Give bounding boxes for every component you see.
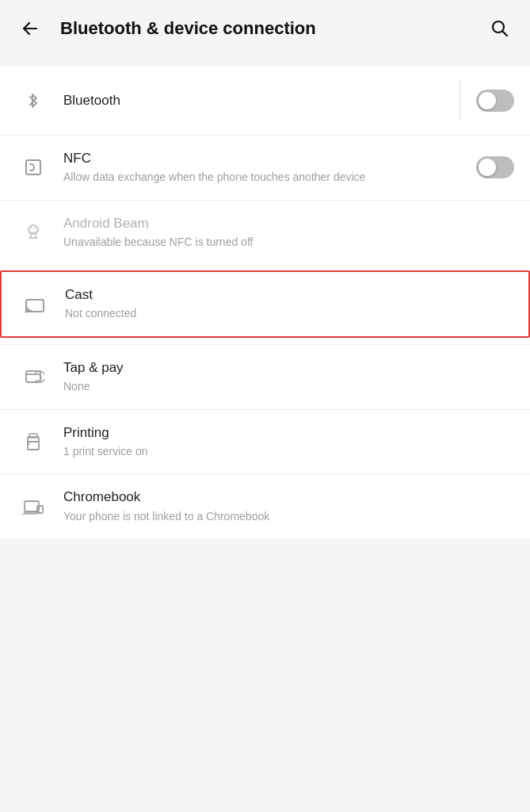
android-beam-title: Android Beam <box>63 215 514 232</box>
bluetooth-divider <box>459 81 460 121</box>
svg-rect-9 <box>29 434 37 438</box>
bluetooth-icon <box>16 90 51 111</box>
android-beam-icon <box>16 221 51 243</box>
page-title: Bluetooth & device connection <box>44 18 486 39</box>
header: Bluetooth & device connection <box>0 0 530 57</box>
cast-item[interactable]: Cast Not connected <box>0 270 530 338</box>
printing-icon <box>16 431 51 453</box>
nfc-title: NFC <box>63 150 476 167</box>
bluetooth-item[interactable]: Bluetooth <box>0 67 530 135</box>
svg-point-4 <box>35 228 36 229</box>
svg-point-6 <box>25 310 28 312</box>
bluetooth-title: Bluetooth <box>63 92 459 109</box>
nfc-toggle[interactable] <box>476 156 514 178</box>
chromebook-title: Chromebook <box>63 488 514 506</box>
nfc-item[interactable]: NFC Allow data exchange when the phone t… <box>0 135 530 200</box>
android-beam-item: Android Beam Unavailable because NFC is … <box>0 200 530 265</box>
settings-list: Bluetooth NFC Allow data exchange when t… <box>0 67 530 538</box>
svg-point-3 <box>31 228 32 229</box>
svg-rect-8 <box>28 442 39 450</box>
tap-pay-subtitle: None <box>63 379 514 395</box>
chromebook-subtitle: Your phone is not linked to a Chromebook <box>63 509 514 525</box>
bluetooth-toggle[interactable] <box>476 90 514 112</box>
nfc-subtitle: Allow data exchange when the phone touch… <box>63 170 476 186</box>
printing-subtitle: 1 print service on <box>63 444 514 460</box>
tap-pay-item[interactable]: Tap & pay None <box>0 344 530 409</box>
back-button[interactable] <box>16 14 44 43</box>
android-beam-subtitle: Unavailable because NFC is turned off <box>63 235 514 251</box>
cast-subtitle: Not connected <box>65 306 513 322</box>
chromebook-icon <box>16 496 51 518</box>
nfc-icon <box>16 156 51 178</box>
svg-point-10 <box>29 443 30 445</box>
cast-icon <box>17 293 52 316</box>
search-button[interactable] <box>486 14 514 43</box>
tap-pay-icon <box>16 366 51 388</box>
tap-pay-title: Tap & pay <box>63 359 514 377</box>
svg-rect-1 <box>26 160 40 174</box>
printing-title: Printing <box>63 424 514 442</box>
chromebook-item[interactable]: Chromebook Your phone is not linked to a… <box>0 473 530 538</box>
cast-title: Cast <box>65 286 513 304</box>
printing-item[interactable]: Printing 1 print service on <box>0 409 530 474</box>
